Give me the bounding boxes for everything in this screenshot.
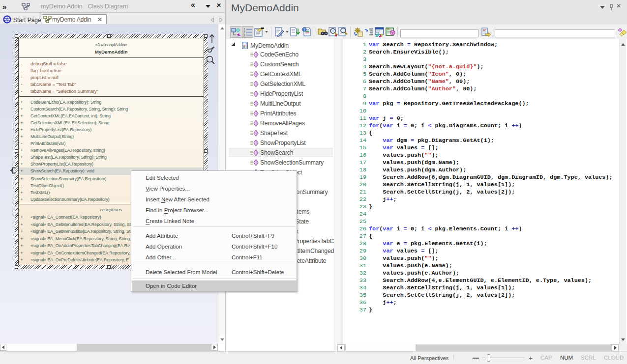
svg-text:3: 3 bbox=[243, 33, 245, 37]
svg-text:T: T bbox=[303, 28, 305, 31]
